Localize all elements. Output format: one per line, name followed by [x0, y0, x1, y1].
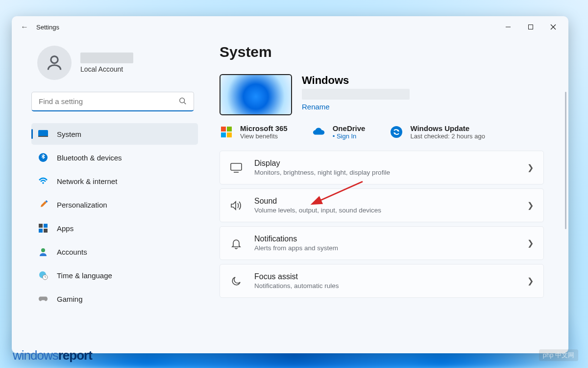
device-spec-redacted — [302, 89, 410, 100]
nav-apps[interactable]: Apps — [31, 217, 198, 239]
watermark-windowsreport: windowsreport — [13, 348, 92, 363]
bluetooth-icon — [38, 153, 48, 162]
device-name: Windows — [302, 74, 410, 87]
nav-system[interactable]: System — [31, 123, 198, 145]
svg-rect-15 — [44, 229, 48, 233]
nav-label: Apps — [57, 224, 74, 233]
nav-accounts[interactable]: Accounts — [31, 241, 198, 263]
tile-title: OneDrive — [333, 124, 366, 132]
page-heading: System — [220, 44, 544, 60]
device-row: Windows Rename — [220, 74, 544, 115]
search-icon — [178, 97, 187, 105]
display-icon — [38, 129, 48, 139]
main-panel: System Windows Rename Microsoft 365 View… — [208, 38, 568, 353]
card-title: Sound — [254, 197, 515, 206]
svg-rect-20 — [231, 163, 242, 170]
microsoft-logo-icon — [221, 127, 232, 137]
nav-network[interactable]: Network & internet — [31, 170, 198, 192]
back-button[interactable]: ← — [16, 23, 33, 31]
nav-label: Bluetooth & devices — [57, 154, 122, 162]
tile-title: Windows Update — [410, 124, 485, 132]
nav-bluetooth[interactable]: Bluetooth & devices — [31, 147, 198, 168]
svg-point-4 — [51, 56, 58, 63]
card-title: Display — [254, 159, 515, 168]
card-focus-assist[interactable]: Focus assist Notifications, automatic ru… — [220, 264, 544, 298]
wifi-icon — [38, 176, 48, 186]
moon-icon — [230, 275, 243, 288]
svg-point-10 — [42, 182, 44, 184]
card-title: Focus assist — [254, 272, 515, 281]
tile-sub[interactable]: Sign In — [333, 132, 366, 140]
svg-rect-14 — [39, 229, 43, 233]
chevron-right-icon: ❯ — [527, 163, 534, 172]
svg-point-16 — [41, 248, 45, 252]
profile-name-redacted — [80, 53, 133, 63]
svg-point-5 — [180, 98, 185, 103]
paintbrush-icon — [38, 200, 48, 210]
gamepad-icon — [38, 294, 48, 304]
search-input[interactable] — [31, 92, 194, 111]
nav-gaming[interactable]: Gaming — [31, 288, 198, 310]
bell-icon — [230, 237, 243, 250]
svg-rect-1 — [529, 25, 533, 29]
nav-label: Network & internet — [57, 177, 117, 185]
monitor-icon — [230, 161, 243, 174]
card-sound[interactable]: Sound Volume levels, output, input, soun… — [220, 188, 544, 222]
minimize-button[interactable] — [497, 19, 519, 35]
tile-sub: View benefits — [240, 132, 288, 140]
card-sub: Monitors, brightness, night light, displ… — [254, 169, 515, 176]
nav-label: Gaming — [57, 295, 83, 303]
status-tiles: Microsoft 365 View benefits OneDrive Sig… — [220, 124, 544, 140]
maximize-button[interactable] — [519, 19, 542, 35]
nav-time[interactable]: Time & language — [31, 264, 198, 286]
device-thumbnail[interactable] — [220, 74, 292, 115]
svg-rect-13 — [44, 224, 48, 228]
svg-rect-8 — [38, 136, 48, 137]
profile-account-type: Local Account — [80, 65, 133, 73]
apps-icon — [38, 223, 48, 233]
tile-windows-update[interactable]: Windows Update Last checked: 2 hours ago — [390, 124, 485, 140]
titlebar: ← Settings — [12, 16, 568, 38]
card-sub: Notifications, automatic rules — [254, 282, 515, 289]
sidebar: Local Account System Bluetooth & devices — [12, 38, 208, 353]
search-box[interactable] — [31, 92, 194, 111]
tile-title: Microsoft 365 — [240, 124, 288, 132]
watermark-php: php 中文网 — [539, 349, 578, 361]
window-title: Settings — [36, 24, 59, 31]
card-display[interactable]: Display Monitors, brightness, night ligh… — [220, 151, 544, 184]
nav-label: System — [57, 130, 81, 138]
rename-link[interactable]: Rename — [302, 103, 330, 111]
tile-onedrive[interactable]: OneDrive Sign In — [312, 124, 366, 140]
settings-window: ← Settings Local Account — [12, 16, 568, 353]
svg-point-19 — [391, 126, 402, 138]
svg-rect-7 — [38, 130, 48, 137]
svg-rect-12 — [39, 224, 43, 228]
nav-list: System Bluetooth & devices Network & int… — [31, 123, 198, 312]
speaker-icon — [230, 199, 243, 212]
avatar — [37, 46, 72, 80]
scrollbar-thumb[interactable] — [565, 92, 566, 229]
globe-clock-icon — [38, 270, 48, 280]
chevron-right-icon: ❯ — [527, 238, 534, 248]
chevron-right-icon: ❯ — [527, 276, 534, 286]
card-sub: Alerts from apps and system — [254, 244, 515, 252]
cloud-icon — [312, 125, 326, 139]
card-notifications[interactable]: Notifications Alerts from apps and syste… — [220, 226, 544, 260]
nav-label: Personalization — [57, 201, 107, 209]
person-icon — [38, 247, 48, 257]
tile-sub: Last checked: 2 hours ago — [410, 132, 485, 140]
nav-personalization[interactable]: Personalization — [31, 194, 198, 215]
profile-block[interactable]: Local Account — [31, 46, 198, 80]
close-button[interactable] — [542, 19, 564, 35]
chevron-right-icon: ❯ — [527, 201, 534, 210]
svg-line-6 — [184, 103, 186, 105]
sync-icon — [390, 125, 403, 139]
card-sub: Volume levels, output, input, sound devi… — [254, 207, 515, 214]
nav-label: Time & language — [57, 271, 112, 280]
tile-microsoft365[interactable]: Microsoft 365 View benefits — [220, 124, 288, 140]
card-title: Notifications — [254, 235, 515, 243]
nav-label: Accounts — [57, 248, 87, 256]
